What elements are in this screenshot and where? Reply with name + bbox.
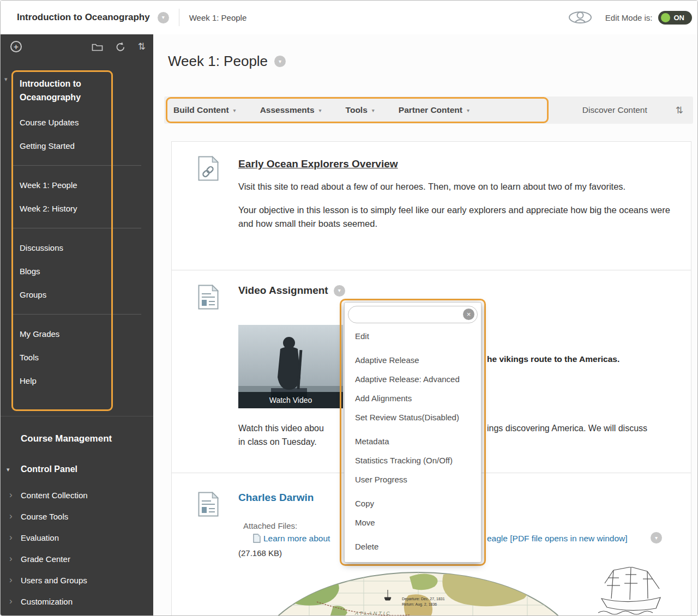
sidebar-item-getting-started[interactable]: Getting Started [13,134,141,158]
reorder-menu-icon[interactable]: ⇅ [138,41,146,52]
item-title: Video Assignment [238,285,328,297]
chevron-right-icon: › [9,511,13,522]
chevron-down-icon: ▾ [233,107,236,113]
menu-item-user-progress[interactable]: User Progress [345,470,481,489]
button-label: Partner Content [399,105,462,115]
chevron-down-icon: ▾ [7,466,10,473]
attached-file-link[interactable]: Learn more about [263,534,330,543]
sidebar-item-grade-center[interactable]: › Grade Center [1,548,153,570]
item-label: Customization [21,597,73,606]
tools-button[interactable]: Tools ▾ [334,96,387,124]
partner-content-button[interactable]: Partner Content ▾ [387,96,482,124]
menu-item-adaptive-release[interactable]: Adaptive Release [345,351,481,370]
attached-file-link[interactable]: eagle [PDF file opens in new window] [487,534,628,543]
chevron-right-icon: › [9,575,13,585]
course-menu-toolbar: + ⇅ [1,41,153,52]
breadcrumb: Week 1: People [189,13,247,22]
course-management-section: Course Management ▾ Control Panel › Cont… [1,416,153,612]
control-panel-items: › Content Collection › Course Tools › Ev… [1,485,153,612]
sidebar-item-course-home[interactable]: Introduction to Oceanography [13,73,141,111]
student-preview-icon[interactable] [568,9,592,26]
assessments-button[interactable]: Assessments ▾ [248,96,334,124]
item-text-fragment: ings discovering America. We will discus… [487,424,647,433]
menu-item-copy[interactable]: Copy [345,494,481,513]
content-document-icon [198,285,219,310]
video-thumbnail[interactable]: Watch Video [238,325,343,408]
folder-view-icon[interactable] [92,42,103,51]
build-content-button[interactable]: Build Content ▾ [164,96,248,124]
menu-divider [13,228,141,228]
sidebar-item-discussions[interactable]: Discussions [13,236,141,259]
menu-item-delete[interactable]: Delete [345,537,481,556]
refresh-icon[interactable] [115,41,126,52]
sidebar-item-content-collection[interactable]: › Content Collection [1,485,153,506]
item-description: Visit this site to read about a few of o… [238,180,670,194]
watch-video-caption: Watch Video [269,396,312,404]
context-menu: × Edit Adaptive Release Adaptive Release… [344,302,482,563]
file-options-chevron-icon[interactable]: ▾ [651,532,662,543]
course-menu: Introduction to Oceanography Course Upda… [13,73,141,392]
close-icon[interactable]: × [463,309,474,320]
button-label: Assessments [260,105,315,115]
context-menu-focus-box: × [348,306,478,323]
item-title-row: Video Assignment ▾ [238,285,345,297]
item-label: Content Collection [21,491,88,500]
menu-item-move[interactable]: Move [345,513,481,532]
map-return-label: Return: Aug. 2, 1836 [402,602,437,607]
menu-divider [13,314,141,315]
button-label: Build Content [173,105,229,115]
course-title: Introduction to Oceanography [17,12,150,23]
sidebar-item-blogs[interactable]: Blogs [13,259,141,283]
item-label: Evaluation [21,533,59,542]
sidebar-item-course-updates[interactable]: Course Updates [13,111,141,134]
discover-content-button[interactable]: Discover Content [582,105,647,115]
menu-item-statistics-tracking[interactable]: Statistics Tracking (On/Off) [345,451,481,470]
header-divider [179,9,179,26]
sidebar-item-course-tools[interactable]: › Course Tools [1,506,153,527]
reorder-items-icon[interactable]: ⇅ [676,105,683,116]
item-text-fragment: Watch this video abou [238,424,324,433]
control-panel-toggle[interactable]: ▾ Control Panel [1,458,153,480]
add-menu-item-icon[interactable]: + [10,41,22,52]
sidebar-item-tools[interactable]: Tools [13,346,141,369]
collapse-menu-arrow-icon[interactable]: ▾ [4,76,8,83]
chevron-right-icon: › [9,532,13,543]
voyage-map-image: Departure: Dec. 27, 1831 Return: Aug. 2,… [251,567,585,616]
menu-item-adaptive-release-advanced[interactable]: Adaptive Release: Advanced [345,370,481,389]
chevron-down-icon: ▾ [467,107,470,113]
menu-item-add-alignments[interactable]: Add Alignments [345,389,481,408]
sidebar-item-week2[interactable]: Week 2: History [13,197,141,220]
course-management-title: Course Management [1,433,153,444]
sidebar-item-evaluation[interactable]: › Evaluation [1,527,153,548]
context-menu-list: Edit Adaptive Release Adaptive Release: … [345,323,481,556]
chevron-down-icon: ▾ [319,107,322,113]
menu-item-metadata[interactable]: Metadata [345,432,481,451]
edit-mode-toggle[interactable]: ON [658,11,693,25]
item-label: Grade Center [21,554,70,564]
sidebar-item-users-and-groups[interactable]: › Users and Groups [1,570,153,591]
sidebar-item-customization[interactable]: › Customization [1,591,153,612]
page-title-row: Week 1: People ▾ [168,53,286,70]
sidebar-item-groups[interactable]: Groups [13,283,141,306]
course-title-chevron-icon[interactable]: ▾ [158,12,169,23]
sidebar: + ⇅ ▾ Introduction to Oceanography Cours… [1,34,153,616]
page-title: Week 1: People [168,53,268,70]
chevron-right-icon: › [9,490,13,500]
item-title-link[interactable]: Charles Darwin [238,492,314,504]
item-text-fragment: in class on Tuesday. [238,437,317,447]
attached-files-label: Attached Files: [243,521,297,530]
ship-illustration [595,567,666,616]
sidebar-item-my-grades[interactable]: My Grades [13,322,141,346]
edit-mode-label: Edit Mode is: [605,13,653,22]
item-text-fragment: he vikings route to the Americas. [487,354,619,364]
item-options-chevron-icon[interactable]: ▾ [334,285,345,297]
file-icon [253,534,261,543]
menu-item-edit[interactable]: Edit [345,327,481,346]
item-title-link[interactable]: Early Ocean Explorers Overview [238,158,398,170]
sidebar-item-help[interactable]: Help [13,369,141,392]
menu-item-set-review-status[interactable]: Set Review Status(Disabled) [345,408,481,427]
action-bar: Build Content ▾ Assessments ▾ Tools ▾ Pa… [164,96,693,124]
blackboard-window: Introduction to Oceanography ▾ Week 1: P… [0,0,698,616]
sidebar-item-week1[interactable]: Week 1: People [13,173,141,197]
page-title-chevron-icon[interactable]: ▾ [274,56,286,67]
